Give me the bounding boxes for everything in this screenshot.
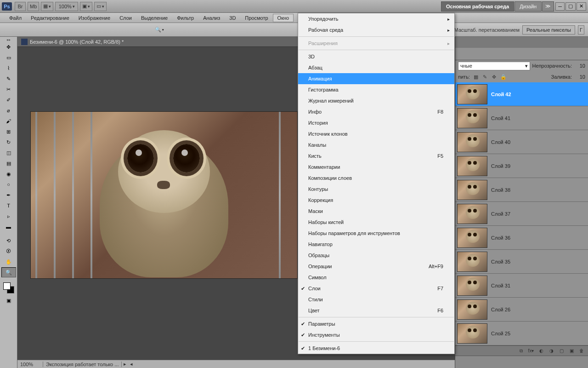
menu-item-комментарии[interactable]: Комментарии: [298, 161, 454, 172]
menu-filter[interactable]: Фильтр: [172, 14, 198, 22]
layer-row[interactable]: Слой 37: [455, 202, 588, 226]
marquee-tool[interactable]: ▭: [1, 52, 16, 63]
menu-item-инфо[interactable]: ИнфоF8: [298, 106, 454, 117]
layer-row[interactable]: Слой 38: [455, 178, 588, 202]
menu-3d[interactable]: 3D: [225, 14, 240, 22]
top-panel-tabs[interactable]: [455, 37, 588, 48]
menu-item-контуры[interactable]: Контуры: [298, 184, 454, 195]
fill-value[interactable]: 10: [574, 74, 585, 80]
menu-item-цвет[interactable]: ЦветF6: [298, 305, 454, 316]
layer-thumbnail[interactable]: [457, 228, 487, 248]
layer-thumbnail[interactable]: [457, 156, 487, 176]
menu-select[interactable]: Выделение: [136, 14, 172, 22]
blur-tool[interactable]: ◉: [1, 169, 16, 179]
move-tool[interactable]: ✥: [1, 42, 16, 52]
menu-item-каналы[interactable]: Каналы: [298, 139, 454, 150]
menu-item-инструменты[interactable]: ✔Инструменты: [298, 329, 454, 340]
menu-analysis[interactable]: Анализ: [198, 14, 225, 22]
brush-tool[interactable]: 🖌: [1, 116, 16, 126]
menu-item-стили[interactable]: Стили: [298, 294, 454, 305]
menu-window[interactable]: Окно: [273, 14, 294, 22]
type-tool[interactable]: T: [1, 201, 16, 211]
window-maximize-button[interactable]: ▢: [565, 2, 576, 11]
3d-rotate-tool[interactable]: ⟲: [1, 236, 16, 246]
arrange-documents-button[interactable]: ▦▾: [41, 2, 53, 11]
lock-all-icon[interactable]: 🔒: [500, 73, 507, 80]
menu-item-символ[interactable]: Символ: [298, 272, 454, 283]
workspace-tab-design[interactable]: Дизайн: [514, 1, 542, 12]
menu-layer[interactable]: Слои: [115, 14, 136, 22]
quick-mask-toggle[interactable]: ▣: [1, 295, 16, 305]
menu-item-анимация[interactable]: Анимация: [298, 73, 454, 84]
layer-row[interactable]: Слой 42: [455, 82, 588, 106]
minibridge-button[interactable]: Mb: [28, 2, 39, 11]
actual-pixels-button[interactable]: Реальные пикселы: [522, 25, 575, 34]
new-layer-icon[interactable]: ▣: [568, 348, 575, 354]
quick-select-tool[interactable]: ✎: [1, 74, 16, 84]
menu-image[interactable]: Изображение: [74, 14, 115, 22]
menu-item-навигатор[interactable]: Навигатор: [298, 239, 454, 250]
menu-view[interactable]: Просмотр: [240, 14, 272, 22]
menu-item-рабочая-среда[interactable]: Рабочая среда: [298, 24, 454, 35]
shape-tool[interactable]: ▬: [1, 222, 16, 232]
layer-thumbnail[interactable]: [457, 299, 487, 320]
menu-item-наборы-кистей[interactable]: Наборы кистей: [298, 217, 454, 228]
layer-thumbnail[interactable]: [457, 204, 487, 224]
menu-item-композиции-слоев[interactable]: Композиции слоев: [298, 172, 454, 184]
delete-layer-icon[interactable]: 🗑: [578, 348, 585, 354]
lock-position-icon[interactable]: ✥: [491, 73, 498, 80]
link-layers-icon[interactable]: ⧉: [517, 348, 525, 354]
layer-row[interactable]: Слой 35: [455, 250, 588, 274]
lasso-tool[interactable]: ⌇: [1, 63, 16, 73]
pen-tool[interactable]: ✒: [1, 190, 16, 200]
hand-tool[interactable]: ✋: [1, 257, 16, 267]
layer-row[interactable]: Слой 26: [455, 298, 588, 322]
menu-item-параметры[interactable]: ✔Параметры: [298, 318, 454, 329]
menu-item-источник-клонов[interactable]: Источник клонов: [298, 128, 454, 139]
zoom-level-dropdown[interactable]: 100%▾: [55, 2, 78, 11]
menu-item-журнал-измерений[interactable]: Журнал измерений: [298, 95, 454, 106]
layer-fx-icon[interactable]: fx▾: [527, 348, 535, 354]
workspace-more-button[interactable]: ≫: [542, 1, 554, 12]
layer-thumbnail[interactable]: [457, 276, 487, 296]
layer-row[interactable]: Слой 40: [455, 130, 588, 154]
layer-group-icon[interactable]: ▢: [558, 348, 565, 354]
gradient-tool[interactable]: ▤: [1, 158, 16, 168]
status-info[interactable]: Экспозиция работает только ...: [43, 362, 122, 367]
layer-row[interactable]: Слой 31: [455, 274, 588, 298]
menu-item-упорядочить[interactable]: Упорядочить: [298, 13, 454, 24]
layer-thumbnail[interactable]: [457, 180, 487, 200]
history-brush-tool[interactable]: ↻: [1, 137, 16, 147]
zoom-tool[interactable]: 🔍: [1, 267, 16, 277]
lock-brush-icon[interactable]: ✎: [481, 73, 489, 80]
healing-tool[interactable]: ⌀: [1, 105, 16, 115]
status-scroll-left-icon[interactable]: ◂: [128, 361, 135, 367]
crop-tool[interactable]: ✂: [1, 84, 16, 94]
menu-item-кисть[interactable]: КистьF5: [298, 150, 454, 161]
dodge-tool[interactable]: ○: [1, 179, 16, 190]
fit-screen-button-partial[interactable]: Г: [578, 25, 584, 34]
layer-thumbnail[interactable]: [457, 132, 487, 152]
stamp-tool[interactable]: ⊞: [1, 126, 16, 137]
menu-item-абзац[interactable]: Абзац: [298, 62, 454, 73]
toolbox-grip-icon[interactable]: ▸▸: [0, 38, 17, 41]
status-zoom[interactable]: 100%: [20, 362, 43, 367]
status-arrow-icon[interactable]: ▸: [122, 361, 128, 367]
canvas-image[interactable]: [30, 111, 298, 279]
layer-row[interactable]: Слой 41: [455, 106, 588, 130]
menu-item-история[interactable]: История: [298, 117, 454, 128]
eyedropper-tool[interactable]: ✐: [1, 95, 16, 105]
menu-item-слои[interactable]: ✔СлоиF7: [298, 283, 454, 294]
scrubby-zoom-checkbox[interactable]: Масштаб. перетаскиванием: [447, 27, 520, 33]
menu-item-1-безимени-6[interactable]: ✔1 Безимени-6: [298, 343, 454, 354]
layer-row[interactable]: Слой 36: [455, 226, 588, 250]
menu-item-операции[interactable]: ОперацииAlt+F9: [298, 261, 454, 272]
window-close-button[interactable]: ✕: [577, 2, 586, 11]
menu-item-наборы-параметров-для-инструментов[interactable]: Наборы параметров для инструментов: [298, 228, 454, 239]
current-tool-icon[interactable]: 🔍▾: [152, 25, 167, 35]
blend-mode-dropdown-partial[interactable]: чные▾: [458, 62, 530, 70]
menu-item-образцы[interactable]: Образцы: [298, 250, 454, 261]
layer-thumbnail[interactable]: [457, 252, 487, 272]
menu-item-маски[interactable]: Маски: [298, 206, 454, 217]
opacity-value[interactable]: 10: [574, 63, 585, 69]
